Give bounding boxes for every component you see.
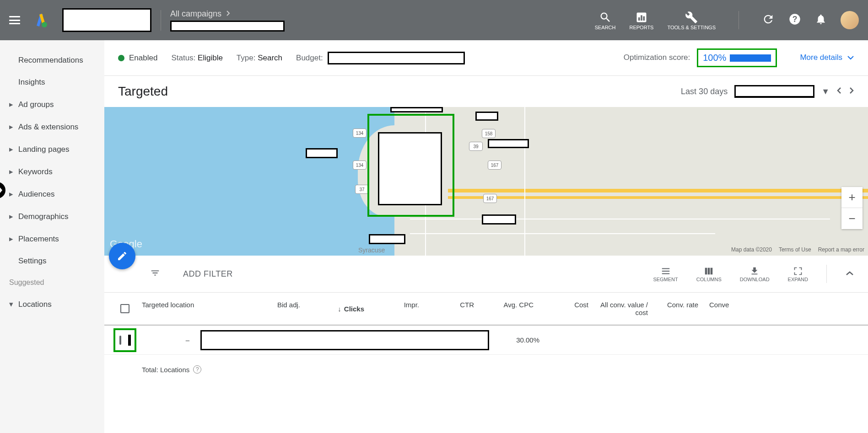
sidebar-item-settings[interactable]: Settings <box>0 250 104 272</box>
divider <box>161 10 161 31</box>
page-title-bar: Targeted Last 30 days ▼ <box>104 76 868 107</box>
zoom-in-button[interactable]: + <box>841 187 863 208</box>
campaign-name-redacted <box>170 21 285 32</box>
chevron-right-icon <box>226 9 231 19</box>
sidebar-item-demographics[interactable]: ▸Demographics <box>0 205 104 228</box>
col-impr[interactable]: Impr. <box>370 293 425 325</box>
table-total-row: Total: Locations ? <box>104 355 868 384</box>
edit-location-fab[interactable] <box>109 243 135 269</box>
col-targeted-location[interactable]: Targeted location <box>136 293 242 325</box>
route-shield: 167 <box>488 160 501 170</box>
table-row[interactable]: – 30.00% <box>104 326 868 355</box>
metrics-redacted <box>200 330 489 350</box>
notifications-icon[interactable] <box>815 13 827 27</box>
sidebar-item-recommendations[interactable]: Recommendations <box>0 49 104 71</box>
caret-down-icon: ▾ <box>9 299 15 309</box>
download-button[interactable]: DOWNLOAD <box>740 266 770 282</box>
sidebar: Recommendations Insights ▸Ad groups ▸Ads… <box>0 40 104 433</box>
map-city-label: Syracuse <box>358 246 385 254</box>
sidebar-item-insights[interactable]: Insights <box>0 71 104 93</box>
type-field: Type: Search <box>237 53 282 63</box>
search-button[interactable]: SEARCH <box>595 10 616 30</box>
table-header: Targeted location Bid adj. ↓ Clicks Impr… <box>104 293 868 326</box>
map-redacted <box>488 139 529 148</box>
sidebar-item-landing-pages[interactable]: ▸Landing pages <box>0 138 104 160</box>
sidebar-item-audiences[interactable]: ▸Audiences <box>0 183 104 205</box>
col-cost[interactable]: Cost <box>539 293 594 325</box>
status-field: Status: Eligible <box>171 53 222 63</box>
sidebar-item-ad-groups[interactable]: ▸Ad groups <box>0 93 104 116</box>
map-redacted <box>482 214 516 225</box>
status-enabled: Enabled <box>118 53 157 63</box>
expand-button[interactable]: EXPAND <box>788 266 808 282</box>
map-redacted <box>475 112 498 121</box>
col-ctr[interactable]: CTR <box>425 293 480 325</box>
date-range-picker[interactable]: Last 30 days ▼ <box>681 85 854 98</box>
route-shield: 167 <box>483 194 497 203</box>
reports-button[interactable]: REPORTS <box>629 10 653 30</box>
svg-rect-9 <box>711 268 713 275</box>
map[interactable]: 134 158 134 39 37 167 167 Syracuse Googl… <box>104 107 868 256</box>
sidebar-item-ads-extensions[interactable]: ▸Ads & extensions <box>0 116 104 138</box>
chevron-down-icon <box>847 55 854 60</box>
col-bid-adj[interactable]: Bid adj. <box>242 293 306 325</box>
collapse-panel-icon[interactable] <box>845 270 854 278</box>
breadcrumb[interactable]: All campaigns <box>170 9 595 32</box>
optimization-score: Optimization score: 100% <box>624 48 777 67</box>
svg-rect-3 <box>641 15 642 21</box>
col-conv-rate[interactable]: Conv. rate <box>653 293 704 325</box>
avatar[interactable] <box>841 11 859 29</box>
filter-icon[interactable] <box>150 268 160 280</box>
optimization-score-value: 100% <box>703 53 726 63</box>
sort-desc-icon: ↓ <box>338 305 341 313</box>
sidebar-item-keywords[interactable]: ▸Keywords <box>0 160 104 183</box>
map-attribution: Map data ©2020 Terms of Use Report a map… <box>731 246 864 253</box>
col-clicks[interactable]: ↓ Clicks <box>306 293 370 325</box>
svg-rect-2 <box>638 17 640 21</box>
help-icon[interactable]: ? <box>193 365 201 374</box>
google-ads-logo[interactable] <box>34 13 49 27</box>
campaign-status-bar: Enabled Status: Eligible Type: Search Bu… <box>104 40 868 76</box>
map-redacted <box>390 107 443 112</box>
prev-period-icon[interactable] <box>836 86 842 97</box>
filter-bar: ADD FILTER SEGMENT COLUMNS DOWNLOAD EXPA… <box>104 256 868 293</box>
more-details-link[interactable]: More details <box>800 53 854 62</box>
caret-right-icon: ▸ <box>9 100 15 109</box>
menu-icon[interactable] <box>9 16 20 24</box>
caret-right-icon: ▸ <box>9 212 15 221</box>
refresh-icon[interactable] <box>762 13 775 27</box>
total-label: Total: Locations <box>142 366 189 374</box>
caret-right-icon: ▸ <box>9 234 15 244</box>
select-all-checkbox[interactable] <box>120 304 129 313</box>
col-conv-value[interactable]: All conv. value / cost <box>594 293 653 325</box>
next-period-icon[interactable] <box>849 86 854 97</box>
help-icon[interactable]: ? <box>788 13 801 27</box>
map-section: 134 158 134 39 37 167 167 Syracuse Googl… <box>104 107 868 256</box>
date-range-redacted <box>734 85 814 98</box>
optimization-score-highlight: 100% <box>697 48 777 67</box>
sidebar-item-locations[interactable]: ▾Locations <box>0 293 104 315</box>
col-conversions[interactable]: Conve <box>704 293 734 325</box>
budget-redacted <box>328 52 465 64</box>
svg-rect-8 <box>708 268 710 275</box>
header-actions: SEARCH REPORTS TOOLS & SETTINGS ? <box>595 10 859 30</box>
svg-point-0 <box>42 22 47 27</box>
location-name-redacted <box>128 335 131 346</box>
caret-right-icon: ▸ <box>9 122 15 132</box>
map-redacted <box>306 148 338 158</box>
sidebar-item-placements[interactable]: ▸Placements <box>0 228 104 250</box>
account-name-redacted <box>62 8 151 32</box>
add-filter-button[interactable]: ADD FILTER <box>183 269 233 279</box>
optimization-score-bar <box>730 54 771 62</box>
zoom-out-button[interactable]: − <box>841 208 863 229</box>
tools-settings-button[interactable]: TOOLS & SETTINGS <box>667 10 716 30</box>
breadcrumb-level-1[interactable]: All campaigns <box>170 9 221 19</box>
row-checkbox[interactable] <box>119 336 121 345</box>
dropdown-icon[interactable]: ▼ <box>821 87 830 96</box>
cell-bid: – <box>136 331 195 349</box>
cell-conv-rate: 30.00% <box>495 331 545 349</box>
status-dot-icon <box>118 55 124 61</box>
col-avg-cpc[interactable]: Avg. CPC <box>480 293 539 325</box>
columns-button[interactable]: COLUMNS <box>696 266 722 282</box>
segment-button[interactable]: SEGMENT <box>653 266 678 282</box>
